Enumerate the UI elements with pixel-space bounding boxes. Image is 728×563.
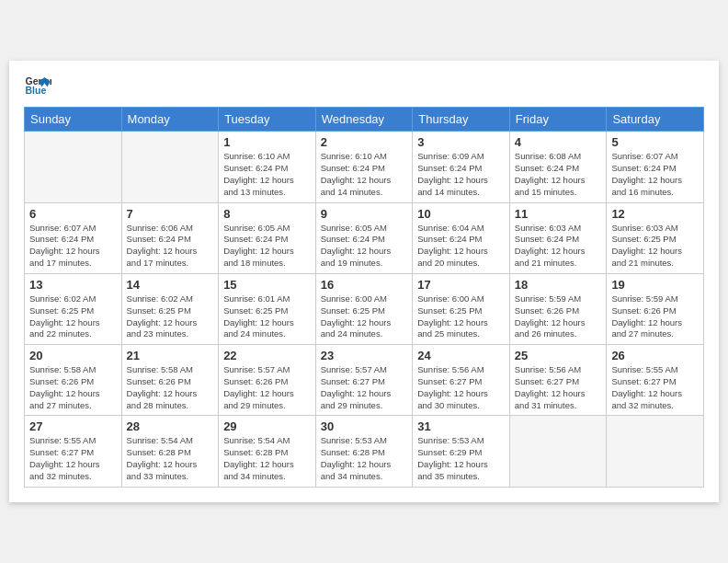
day-cell: 18Sunrise: 5:59 AM Sunset: 6:26 PM Dayli…: [509, 273, 607, 344]
day-number: 1: [223, 135, 311, 149]
day-number: 7: [127, 207, 214, 221]
day-cell: [607, 416, 704, 487]
day-cell: 28Sunrise: 5:54 AM Sunset: 6:28 PM Dayli…: [121, 416, 219, 487]
day-info: Sunrise: 5:54 AM Sunset: 6:28 PM Dayligh…: [127, 435, 214, 482]
weekday-thursday: Thursday: [413, 108, 510, 132]
day-info: Sunrise: 5:55 AM Sunset: 6:27 PM Dayligh…: [611, 364, 699, 411]
day-number: 29: [223, 419, 311, 433]
day-number: 14: [127, 278, 214, 292]
day-info: Sunrise: 5:58 AM Sunset: 6:26 PM Dayligh…: [29, 364, 117, 411]
day-info: Sunrise: 6:00 AM Sunset: 6:25 PM Dayligh…: [321, 293, 408, 340]
day-number: 30: [321, 419, 408, 433]
day-number: 9: [321, 207, 408, 221]
day-cell: 25Sunrise: 5:56 AM Sunset: 6:27 PM Dayli…: [509, 345, 607, 416]
day-number: 23: [321, 349, 408, 362]
day-number: 26: [611, 349, 699, 362]
day-cell: 27Sunrise: 5:55 AM Sunset: 6:27 PM Dayli…: [25, 416, 122, 487]
day-info: Sunrise: 6:00 AM Sunset: 6:25 PM Dayligh…: [417, 293, 505, 340]
calendar-body: 1Sunrise: 6:10 AM Sunset: 6:24 PM Daylig…: [25, 132, 704, 487]
day-info: Sunrise: 6:09 AM Sunset: 6:24 PM Dayligh…: [417, 151, 505, 198]
weekday-header-row: SundayMondayTuesdayWednesdayThursdayFrid…: [25, 108, 704, 132]
logo: General Blue: [24, 72, 51, 99]
day-number: 20: [29, 349, 117, 362]
day-info: Sunrise: 6:10 AM Sunset: 6:24 PM Dayligh…: [321, 151, 408, 198]
day-info: Sunrise: 6:02 AM Sunset: 6:25 PM Dayligh…: [127, 293, 214, 340]
day-cell: [509, 416, 607, 487]
day-cell: 8Sunrise: 6:05 AM Sunset: 6:24 PM Daylig…: [219, 202, 316, 273]
day-number: 6: [29, 207, 117, 221]
day-number: 27: [29, 419, 117, 433]
day-cell: 3Sunrise: 6:09 AM Sunset: 6:24 PM Daylig…: [413, 132, 510, 202]
day-number: 18: [515, 278, 602, 292]
day-number: 21: [127, 349, 214, 362]
day-number: 31: [417, 419, 505, 433]
day-cell: [121, 132, 219, 202]
day-cell: 19Sunrise: 5:59 AM Sunset: 6:26 PM Dayli…: [607, 273, 704, 344]
day-cell: 26Sunrise: 5:55 AM Sunset: 6:27 PM Dayli…: [607, 345, 704, 416]
day-info: Sunrise: 6:03 AM Sunset: 6:25 PM Dayligh…: [611, 223, 699, 270]
week-row-2: 6Sunrise: 6:07 AM Sunset: 6:24 PM Daylig…: [25, 202, 704, 273]
day-cell: [25, 132, 122, 202]
day-number: 11: [515, 207, 602, 221]
day-info: Sunrise: 6:05 AM Sunset: 6:24 PM Dayligh…: [321, 223, 408, 270]
day-cell: 30Sunrise: 5:53 AM Sunset: 6:28 PM Dayli…: [315, 416, 413, 487]
day-number: 22: [223, 349, 311, 362]
day-number: 28: [127, 419, 214, 433]
day-number: 15: [223, 278, 311, 292]
day-cell: 15Sunrise: 6:01 AM Sunset: 6:25 PM Dayli…: [219, 273, 316, 344]
day-number: 8: [223, 207, 311, 221]
day-info: Sunrise: 5:59 AM Sunset: 6:26 PM Dayligh…: [515, 293, 602, 340]
week-row-3: 13Sunrise: 6:02 AM Sunset: 6:25 PM Dayli…: [25, 273, 704, 344]
day-cell: 12Sunrise: 6:03 AM Sunset: 6:25 PM Dayli…: [607, 202, 704, 273]
day-cell: 21Sunrise: 5:58 AM Sunset: 6:26 PM Dayli…: [121, 345, 219, 416]
day-cell: 31Sunrise: 5:53 AM Sunset: 6:29 PM Dayli…: [413, 416, 510, 487]
day-cell: 1Sunrise: 6:10 AM Sunset: 6:24 PM Daylig…: [219, 132, 316, 202]
day-number: 16: [321, 278, 408, 292]
header: General Blue: [24, 72, 704, 99]
day-number: 24: [417, 349, 505, 362]
week-row-5: 27Sunrise: 5:55 AM Sunset: 6:27 PM Dayli…: [25, 416, 704, 487]
day-info: Sunrise: 6:03 AM Sunset: 6:24 PM Dayligh…: [515, 223, 602, 270]
weekday-friday: Friday: [509, 108, 607, 132]
week-row-4: 20Sunrise: 5:58 AM Sunset: 6:26 PM Dayli…: [25, 345, 704, 416]
day-number: 25: [515, 349, 602, 362]
day-info: Sunrise: 5:53 AM Sunset: 6:29 PM Dayligh…: [417, 435, 505, 482]
day-info: Sunrise: 6:01 AM Sunset: 6:25 PM Dayligh…: [223, 293, 311, 340]
day-info: Sunrise: 6:06 AM Sunset: 6:24 PM Dayligh…: [127, 223, 214, 270]
day-info: Sunrise: 5:56 AM Sunset: 6:27 PM Dayligh…: [515, 364, 602, 411]
day-cell: 24Sunrise: 5:56 AM Sunset: 6:27 PM Dayli…: [413, 345, 510, 416]
day-cell: 2Sunrise: 6:10 AM Sunset: 6:24 PM Daylig…: [315, 132, 413, 202]
day-cell: 11Sunrise: 6:03 AM Sunset: 6:24 PM Dayli…: [509, 202, 607, 273]
day-cell: 29Sunrise: 5:54 AM Sunset: 6:28 PM Dayli…: [219, 416, 316, 487]
day-info: Sunrise: 6:10 AM Sunset: 6:24 PM Dayligh…: [223, 151, 311, 198]
day-info: Sunrise: 5:58 AM Sunset: 6:26 PM Dayligh…: [127, 364, 214, 411]
day-number: 5: [611, 135, 699, 149]
day-cell: 6Sunrise: 6:07 AM Sunset: 6:24 PM Daylig…: [25, 202, 122, 273]
weekday-monday: Monday: [121, 108, 219, 132]
day-number: 10: [417, 207, 505, 221]
calendar-container: General Blue SundayMondayTuesdayWednesda…: [9, 61, 719, 501]
calendar-table: SundayMondayTuesdayWednesdayThursdayFrid…: [24, 107, 704, 487]
week-row-1: 1Sunrise: 6:10 AM Sunset: 6:24 PM Daylig…: [25, 132, 704, 202]
day-info: Sunrise: 5:53 AM Sunset: 6:28 PM Dayligh…: [321, 435, 408, 482]
day-cell: 13Sunrise: 6:02 AM Sunset: 6:25 PM Dayli…: [25, 273, 122, 344]
day-info: Sunrise: 5:55 AM Sunset: 6:27 PM Dayligh…: [29, 435, 117, 482]
day-info: Sunrise: 6:07 AM Sunset: 6:24 PM Dayligh…: [611, 151, 699, 198]
day-number: 4: [515, 135, 602, 149]
day-info: Sunrise: 5:59 AM Sunset: 6:26 PM Dayligh…: [611, 293, 699, 340]
day-cell: 22Sunrise: 5:57 AM Sunset: 6:26 PM Dayli…: [219, 345, 316, 416]
day-cell: 23Sunrise: 5:57 AM Sunset: 6:27 PM Dayli…: [315, 345, 413, 416]
day-cell: 14Sunrise: 6:02 AM Sunset: 6:25 PM Dayli…: [121, 273, 219, 344]
weekday-sunday: Sunday: [25, 108, 122, 132]
day-cell: 17Sunrise: 6:00 AM Sunset: 6:25 PM Dayli…: [413, 273, 510, 344]
day-cell: 20Sunrise: 5:58 AM Sunset: 6:26 PM Dayli…: [25, 345, 122, 416]
day-cell: 4Sunrise: 6:08 AM Sunset: 6:24 PM Daylig…: [509, 132, 607, 202]
day-info: Sunrise: 5:57 AM Sunset: 6:26 PM Dayligh…: [223, 364, 311, 411]
weekday-saturday: Saturday: [607, 108, 704, 132]
day-number: 12: [611, 207, 699, 221]
day-info: Sunrise: 5:56 AM Sunset: 6:27 PM Dayligh…: [417, 364, 505, 411]
day-number: 13: [29, 278, 117, 292]
day-info: Sunrise: 6:04 AM Sunset: 6:24 PM Dayligh…: [417, 223, 505, 270]
logo-icon: General Blue: [24, 72, 51, 99]
weekday-tuesday: Tuesday: [219, 108, 316, 132]
